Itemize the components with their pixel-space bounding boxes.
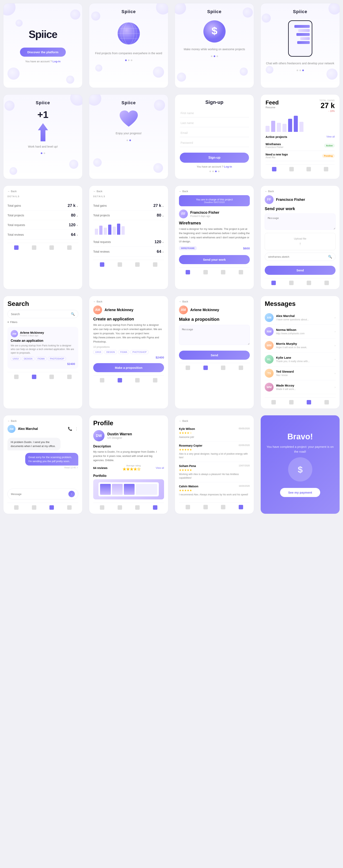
nav-search-ar[interactable] [118, 378, 122, 382]
nav-profile-prop[interactable] [239, 366, 243, 370]
nav-search-d2[interactable] [118, 262, 122, 267]
message-item-norma[interactable]: NW Norma Wilson http://www.zothplastic.c… [265, 324, 336, 339]
back-link-proposition[interactable]: Back [179, 300, 250, 303]
back-link-send[interactable]: Back [265, 190, 336, 193]
send-work-button[interactable]: Send your work [179, 255, 250, 264]
upload-area[interactable]: Upload file ↑ [265, 233, 336, 250]
nav-search-send[interactable] [289, 281, 293, 285]
nav-profile-s[interactable] [67, 375, 72, 379]
nav-profile-chat[interactable] [67, 505, 72, 510]
nav-profile-d1[interactable] [67, 245, 72, 250]
nav-messages-prof[interactable] [135, 505, 140, 510]
nav-messages-msg[interactable] [307, 400, 311, 404]
dot-3b[interactable] [217, 56, 218, 57]
dot-signup-3[interactable] [215, 170, 217, 172]
nav-search-rev[interactable] [203, 505, 208, 509]
dot-enjoy[interactable] [126, 140, 128, 141]
dot-enjoy-2[interactable] [129, 140, 131, 141]
nav-search-chat[interactable] [32, 505, 36, 510]
message-item-ted[interactable]: TS Ted Steward Yes I know › [265, 366, 336, 380]
nav-profile[interactable] [324, 167, 328, 172]
back-link-project[interactable]: Back [179, 190, 250, 193]
nav-profile-send[interactable] [324, 281, 329, 285]
nav-messages-proj[interactable] [221, 270, 225, 274]
nav-messages-d2[interactable] [135, 262, 140, 267]
nav-search-msg[interactable] [289, 400, 293, 404]
nav-messages-send[interactable] [307, 281, 311, 285]
email-input[interactable] [180, 129, 249, 137]
send-button[interactable]: Send [265, 266, 336, 275]
proposition-send-button[interactable]: Send [179, 351, 250, 360]
message-item-kylie[interactable]: KL Kylie Lane Thank you, it really shine… [265, 352, 336, 366]
see-payment-button[interactable]: See my payment [280, 488, 320, 497]
search-input[interactable] [11, 312, 69, 316]
message-item-wade[interactable]: WM Wade Mccoy Wade it will work... › [265, 380, 336, 394]
nav-home-d1[interactable] [14, 245, 19, 250]
password-input[interactable] [180, 139, 249, 147]
nav-messages[interactable] [307, 167, 311, 172]
proposition-message[interactable] [179, 325, 250, 345]
search-result-card[interactable]: AM Arlene Mckinney Posted 3 days ago Cre… [7, 327, 78, 369]
nav-home-send[interactable] [271, 281, 276, 285]
nav-profile-prof[interactable] [153, 505, 158, 510]
nav-profile-proj[interactable] [239, 270, 243, 274]
nav-home-d2[interactable] [100, 262, 104, 267]
nav-home-rev[interactable] [185, 505, 190, 509]
nav-home-ar[interactable] [100, 378, 104, 382]
make-proposition-button[interactable]: Make a proposition [93, 363, 164, 372]
dot-1b[interactable] [211, 56, 212, 57]
chat-send-button[interactable]: ↑ [68, 491, 75, 497]
nav-messages-prop[interactable] [221, 366, 225, 370]
nav-home[interactable] [272, 167, 277, 172]
search-bar[interactable]: 🔍 [7, 310, 78, 318]
dot-2c[interactable] [299, 69, 301, 71]
nav-home-chat[interactable] [14, 505, 19, 510]
signup-login-link[interactable]: Log-in [224, 165, 232, 168]
profile-view-all[interactable]: View all [156, 467, 164, 469]
nav-profile-ar[interactable] [153, 378, 158, 382]
nav-messages-rev[interactable] [221, 505, 225, 509]
dot-2b[interactable] [214, 56, 215, 57]
phone-icon[interactable]: 📞 [68, 427, 72, 431]
chat-input[interactable] [11, 493, 67, 496]
nav-search[interactable] [289, 167, 294, 172]
dot-1c[interactable] [296, 69, 298, 71]
nav-messages-d1[interactable] [50, 245, 54, 250]
back-link-2[interactable]: Back [93, 190, 164, 193]
nav-profile-d2[interactable] [153, 262, 158, 267]
nav-home-prop[interactable] [185, 366, 190, 370]
nav-home-proj[interactable] [185, 270, 190, 274]
nav-home-s[interactable] [14, 375, 19, 379]
dot-2[interactable] [128, 60, 130, 61]
message-item-morris[interactable]: MM Morris Murphy Hope it will work in th… [265, 339, 336, 352]
dot-level[interactable] [41, 152, 42, 154]
nav-profile-rev[interactable] [239, 505, 243, 509]
back-link-1[interactable]: Back [7, 190, 78, 193]
view-all-button[interactable]: View all [326, 135, 335, 138]
dot-3c[interactable] [302, 69, 304, 71]
nav-search-proj[interactable] [203, 270, 208, 274]
login-link[interactable]: Log-in [53, 60, 60, 63]
lastname-input[interactable] [180, 119, 249, 127]
dot-signup-4[interactable] [218, 170, 220, 172]
nav-home-msg[interactable] [271, 400, 276, 404]
message-item-alex[interactable]: AM Alex Marchal I have some questions ab… [265, 311, 336, 324]
nav-search-d1[interactable] [32, 245, 36, 250]
discover-button[interactable]: Discover the platform [20, 48, 65, 57]
firstname-input[interactable] [180, 109, 249, 117]
back-link-chat[interactable]: Back [7, 420, 78, 423]
dot-signup-2[interactable] [212, 170, 214, 172]
dot-1[interactable] [125, 60, 127, 61]
nav-search-prof[interactable] [118, 505, 122, 510]
nav-search-prop[interactable] [203, 366, 208, 370]
nav-home-prof[interactable] [100, 505, 104, 510]
nav-search-s[interactable] [32, 375, 36, 379]
back-link-reviews[interactable]: Back [179, 420, 250, 423]
send-work-message[interactable] [265, 214, 336, 230]
dot-3[interactable] [131, 60, 132, 61]
nav-messages-ar[interactable] [135, 378, 140, 382]
dot-signup-1[interactable] [209, 170, 211, 172]
signup-button[interactable]: Sign-up [180, 153, 249, 163]
back-link-arlene[interactable]: Back [93, 300, 164, 303]
more-icon[interactable]: ⋮ [75, 427, 78, 431]
